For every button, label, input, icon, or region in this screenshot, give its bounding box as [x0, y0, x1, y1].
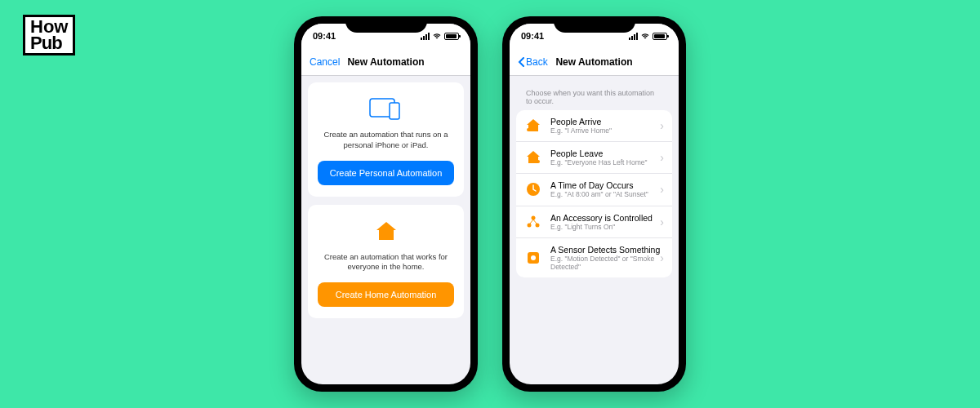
row-text: An Accessory is Controlled E.g. "Light T…	[550, 213, 660, 231]
phone-notch	[345, 16, 427, 33]
navigation-bar: Cancel New Automation	[301, 48, 470, 76]
trigger-people-leave[interactable]: People Leave E.g. "Everyone Has Left Hom…	[516, 142, 672, 174]
cancel-button[interactable]: Cancel	[310, 56, 340, 68]
devices-icon	[318, 94, 454, 123]
status-time: 09:41	[521, 31, 544, 41]
cellular-icon	[421, 33, 430, 40]
row-title: An Accessory is Controlled	[550, 213, 660, 223]
back-button[interactable]: Back	[518, 56, 548, 68]
content-area: Create an automation that runs on a pers…	[301, 76, 470, 384]
status-indicators	[421, 33, 459, 40]
row-text: A Sensor Detects Something E.g. "Motion …	[550, 245, 660, 271]
sensor-icon	[524, 249, 542, 267]
wifi-icon	[432, 33, 442, 40]
status-time: 09:41	[313, 31, 336, 41]
cellular-icon	[629, 33, 638, 40]
section-header: Choose when you want this automation to …	[516, 82, 672, 110]
row-subtitle: E.g. "Everyone Has Left Home"	[550, 158, 660, 166]
battery-icon	[653, 33, 667, 40]
create-personal-automation-button[interactable]: Create Personal Automation	[318, 161, 454, 185]
phone-screen: 09:41 Cancel New Automation Create an au…	[301, 24, 470, 384]
personal-automation-card: Create an automation that runs on a pers…	[308, 82, 464, 197]
chevron-right-icon: ›	[660, 215, 664, 228]
svg-point-6	[528, 223, 532, 227]
row-subtitle: E.g. "At 8:00 am" or "At Sunset"	[550, 190, 660, 198]
svg-point-2	[527, 128, 530, 131]
wifi-icon	[640, 33, 650, 40]
triggers-list: People Arrive E.g. "I Arrive Home" › Peo…	[516, 110, 672, 277]
clock-icon	[524, 180, 542, 198]
chevron-right-icon: ›	[660, 119, 664, 132]
trigger-accessory-controlled[interactable]: An Accessory is Controlled E.g. "Light T…	[516, 206, 672, 238]
trigger-time-of-day[interactable]: A Time of Day Occurs E.g. "At 8:00 am" o…	[516, 174, 672, 206]
chevron-right-icon: ›	[660, 183, 664, 196]
trigger-people-arrive[interactable]: People Arrive E.g. "I Arrive Home" ›	[516, 110, 672, 142]
row-title: A Sensor Detects Something	[550, 245, 660, 255]
accessory-icon	[524, 213, 542, 231]
nav-title: New Automation	[347, 56, 424, 68]
navigation-bar: Back New Automation	[510, 48, 679, 76]
home-automation-card: Create an automation that works for ever…	[308, 205, 464, 319]
logo-line-2: Pub	[30, 35, 68, 51]
home-automation-desc: Create an automation that works for ever…	[318, 252, 454, 273]
row-subtitle: E.g. "I Arrive Home"	[550, 126, 660, 135]
svg-point-7	[536, 223, 540, 227]
row-subtitle: E.g. "Light Turns On"	[550, 223, 660, 231]
row-text: People Arrive E.g. "I Arrive Home"	[550, 117, 660, 135]
svg-rect-1	[390, 103, 399, 119]
phone-mockup-left: 09:41 Cancel New Automation Create an au…	[294, 16, 478, 392]
svg-point-5	[532, 215, 536, 220]
house-arrive-icon	[524, 117, 542, 135]
row-title: People Leave	[550, 149, 660, 158]
battery-icon	[444, 33, 459, 40]
nav-title: New Automation	[555, 56, 632, 68]
status-indicators	[629, 33, 667, 40]
back-label: Back	[526, 56, 548, 68]
chevron-right-icon: ›	[660, 151, 664, 164]
chevron-right-icon: ›	[660, 251, 664, 264]
row-text: People Leave E.g. "Everyone Has Left Hom…	[550, 149, 660, 166]
chevron-left-icon	[518, 57, 524, 67]
phone-notch	[554, 16, 635, 33]
howpub-logo: How Pub	[23, 15, 75, 55]
row-text: A Time of Day Occurs E.g. "At 8:00 am" o…	[550, 180, 660, 198]
trigger-sensor-detects[interactable]: A Sensor Detects Something E.g. "Motion …	[516, 238, 672, 277]
svg-point-3	[537, 160, 540, 163]
house-leave-icon	[524, 149, 542, 166]
content-area: Choose when you want this automation to …	[510, 76, 679, 384]
create-home-automation-button[interactable]: Create Home Automation	[318, 282, 454, 307]
row-subtitle: E.g. "Motion Detected" or "Smoke Detecte…	[550, 255, 660, 271]
phone-mockup-right: 09:41 Back New Automation Choose when yo…	[502, 16, 686, 392]
row-title: People Arrive	[550, 117, 660, 126]
row-title: A Time of Day Occurs	[550, 180, 660, 190]
svg-point-9	[531, 255, 536, 260]
personal-automation-desc: Create an automation that runs on a pers…	[318, 130, 454, 151]
home-icon	[318, 216, 454, 246]
phone-screen: 09:41 Back New Automation Choose when yo…	[510, 24, 679, 384]
